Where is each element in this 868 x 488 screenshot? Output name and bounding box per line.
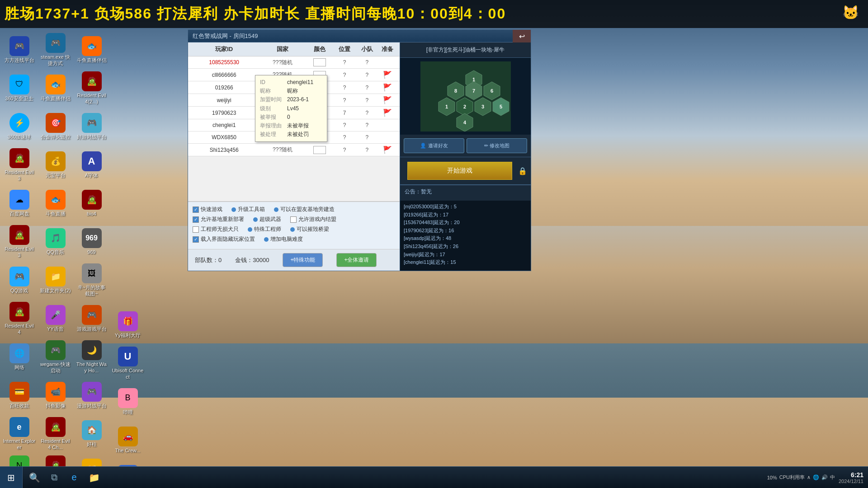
player-pos: ?	[332, 84, 357, 91]
icon-baidu[interactable]: ☁ 百度网盘	[2, 185, 36, 221]
special-function-button[interactable]: +特殊功能	[283, 253, 323, 267]
build-ally-label: 可以在盟友基地旁建造	[280, 206, 335, 213]
super-weapon-label: 超级武器	[259, 216, 281, 223]
icon-yy[interactable]: 🎤 YY语音	[38, 300, 72, 337]
start-game-button[interactable]: 开始游戏	[407, 162, 512, 180]
header-color: 颜色	[307, 45, 332, 53]
icon-360[interactable]: 🛡 360安全卫士	[2, 70, 36, 106]
icon-fangfang[interactable]: 🎮 方方连线平台	[2, 32, 36, 68]
player-list-area: 玩家ID 国家 颜色 位置 小队 准备 1085255530 ???随机	[188, 42, 400, 271]
option-upgrade-kit[interactable]: 升级工具箱	[231, 206, 265, 213]
upgrade-kit-label: 升级工具箱	[238, 206, 265, 213]
game-content: 玩家ID 国家 颜色 位置 小队 准备 1085255530 ???随机	[188, 42, 531, 271]
svg-text:7: 7	[472, 88, 475, 94]
notice-title: 公告：暂无	[405, 188, 526, 196]
option-special-engineer[interactable]: 特殊工程师	[248, 225, 281, 233]
icon-yuan[interactable]: 💰 元宝平台	[38, 147, 72, 183]
invite-friend-button[interactable]: 👤 邀请好友	[404, 138, 464, 153]
icon-jintanlu[interactable]: 🎯 合金弹头遥控	[38, 108, 72, 145]
ally-sell-checkbox[interactable]	[290, 216, 297, 223]
tooltip-jointime: 2023-6-1	[287, 95, 309, 104]
icon-yyfuli[interactable]: 🎁 Yy福利大厅	[111, 307, 145, 343]
gold-amount: 金钱：30000	[235, 256, 269, 264]
option-super-weapon[interactable]: 超级武器	[253, 216, 281, 223]
icon-bilibili[interactable]: B 哔哩	[111, 384, 145, 420]
icon-好游[interactable]: 🎮 好游对战平台	[75, 108, 108, 145]
icon-resident3-2[interactable]: 🧟 Resident Evil 3	[2, 224, 36, 260]
header-country: 国家	[258, 45, 307, 53]
icon-steam[interactable]: 🎮 steam.exe 快捷方式	[38, 32, 72, 68]
squad-count: 部队数：0	[195, 256, 222, 264]
icon-night[interactable]: 🌙 The Night Way Ho...	[75, 339, 108, 375]
option-build-ally[interactable]: 可以在盟友基地旁建造	[274, 206, 335, 213]
tooltip-id: chenglei11	[287, 78, 313, 87]
icon-qqgame[interactable]: 🎮 QQ游戏	[2, 262, 36, 298]
icon-resident3-1[interactable]: 🧟 Resident Evil 3	[2, 147, 36, 183]
icon-resident4[interactable]: 🧟 Resident Evil 4	[2, 300, 36, 337]
game-window-title: 红色警戒战网 - 房间1549	[193, 32, 258, 40]
player-ready: 🚩	[377, 96, 397, 104]
icon-360ball[interactable]: ⚡ 360加速球	[2, 108, 36, 145]
icon-douyu[interactable]: 🐟 斗鱼直播伴侣	[38, 70, 72, 106]
game-titlebar: 红色警戒战网 - 房间1549	[188, 30, 531, 42]
player-tooltip: ID chenglei11 昵称 昵称 加盟时间 2023-6-1	[255, 75, 327, 142]
taskbar-edge[interactable]: e	[65, 468, 84, 487]
icon-ubisoft[interactable]: U Ubisoft Connect	[111, 345, 145, 381]
tray-volume-icon: 🔊	[821, 474, 828, 480]
svg-text:5: 5	[499, 104, 502, 109]
option-destroy-bridge[interactable]: 可以摧毁桥梁	[290, 225, 329, 233]
edit-map-button[interactable]: ✏ 修改地图	[467, 138, 527, 153]
icon-thecrew[interactable]: 🚗 The Crew...	[111, 422, 145, 458]
fast-game-checkbox[interactable]: ✓	[193, 206, 199, 213]
close-button[interactable]: ↩	[513, 30, 531, 42]
options-row-4: ✓ 载入界面隐藏玩家位置 增加电脑难度	[193, 235, 395, 243]
taskbar-task-view[interactable]: ⧉	[45, 468, 64, 487]
icon-font[interactable]: A A字体	[75, 147, 108, 183]
taskbar-clock[interactable]: 6:21 2024/12/11	[839, 471, 863, 484]
taskbar-explorer[interactable]: 📁	[85, 468, 104, 487]
icon-manyou[interactable]: 🎮 漫游对战平台	[75, 377, 108, 413]
player-country: ???随机	[258, 59, 307, 66]
player-pos: 7	[332, 110, 357, 116]
chat-line: [Shi123q456]延迟为：26	[404, 243, 527, 251]
options-row-3: 工程师无损犬只 特殊工程师 可以摧毁桥梁	[193, 225, 395, 233]
table-row[interactable]: 1085255530 ???随机 ? ?	[188, 56, 400, 69]
icon-resident4ch[interactable]: 🧟 Resident Evil 4 Ch...	[38, 416, 72, 452]
option-hide-position[interactable]: ✓ 载入界面隐藏玩家位置	[193, 235, 255, 243]
icon-bawang[interactable]: 💳 百旺收款	[2, 377, 36, 413]
icon-斗鱼3[interactable]: 🐟 斗鱼直播伴侣	[75, 32, 108, 68]
icon-969[interactable]: 969 969	[75, 224, 108, 260]
option-ally-sell[interactable]: 允许游戏内结盟	[290, 216, 336, 223]
icon-game2[interactable]: 🎮 游戏游戏平台	[75, 300, 108, 337]
tray-cpu: 10%	[767, 475, 777, 480]
option-allow-rebuild[interactable]: ✓ 允许基地重新部署	[193, 216, 244, 223]
icon-居民4-2[interactable]: 🧟 Resident Evil 4(2...)	[75, 70, 108, 106]
allow-rebuild-checkbox[interactable]: ✓	[193, 216, 199, 223]
icon-wegame[interactable]: 🎮 wegame-快速启动	[38, 339, 72, 375]
icon-network[interactable]: 🌐 网络	[2, 339, 36, 375]
taskbar-search[interactable]: 🔍	[25, 468, 44, 487]
player-name: 019266	[190, 84, 258, 91]
table-row[interactable]: Shi123q456 ???随机 ? ? 🚩	[188, 144, 400, 156]
option-increase-difficulty[interactable]: 增加电脑难度	[264, 235, 303, 243]
map-area: 1 8 7 6	[400, 58, 531, 135]
start-menu-button[interactable]: ⊞	[0, 467, 23, 488]
chat-log: [mj02053000]延迟为：5 [019266]延迟为：17 [153670…	[400, 201, 531, 271]
hide-position-checkbox[interactable]: ✓	[193, 236, 199, 243]
engineer-only-checkbox[interactable]	[193, 226, 199, 233]
icon-folder1[interactable]: 📁 新建文件夹(2)	[38, 262, 72, 298]
svg-text:8: 8	[454, 88, 457, 94]
tray-arrow[interactable]: ∧	[807, 474, 811, 480]
icon-haozhu[interactable]: 🏠 好柱	[75, 416, 108, 452]
icon-douyu3[interactable]: 📹 抖鱼影像	[38, 377, 72, 413]
invite-all-button[interactable]: +全体邀请	[336, 253, 377, 267]
tray-network-icon: 🌐	[813, 474, 819, 480]
player-name: Shi123q456	[190, 147, 258, 153]
option-engineer-only[interactable]: 工程师无损犬只	[193, 225, 239, 233]
icon-mi[interactable]: 🖼 芈~月的故事截图~	[75, 262, 108, 298]
icon-qqmusic[interactable]: 🎵 QQ音乐	[38, 224, 72, 260]
icon-bio4[interactable]: 🧟 bio4	[75, 185, 108, 221]
option-fast-game[interactable]: ✓ 快速游戏	[193, 206, 222, 213]
icon-douyu2[interactable]: 🐟 斗鱼直播	[38, 185, 72, 221]
icon-ie[interactable]: e Internet Explorer	[2, 416, 36, 452]
